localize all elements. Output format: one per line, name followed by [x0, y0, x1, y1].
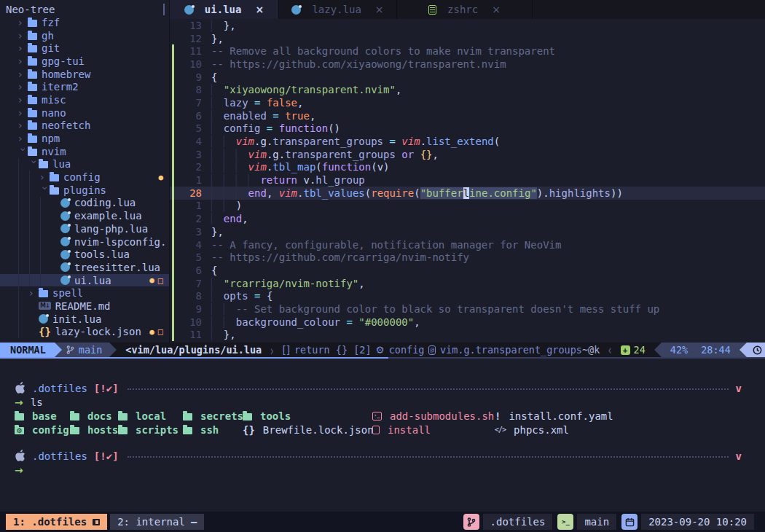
tmux-window-2internal[interactable]: 2: internal– — [110, 514, 204, 530]
tree-item-iterm2[interactable]: ›iterm2 — [0, 80, 169, 93]
tmux-statusbar: 1: .dotfiles2: internal–.dotfiles>_main2… — [0, 512, 765, 532]
tree-item-lua[interactable]: ›lua — [0, 158, 169, 171]
code-line: 7▏ lazy = false, — [170, 96, 765, 109]
tree-item-gpg-tui[interactable]: ›gpg-tui — [0, 55, 169, 68]
git-status-flags: [!✔] — [94, 450, 119, 462]
shell-pane[interactable]: .dotfiles [!✔] v → ls basedocslocalsecre… — [0, 359, 765, 512]
ls-entry-name: hosts — [87, 424, 118, 436]
line-number: 4 — [174, 239, 202, 251]
tmux-window-1dotfiles[interactable]: 1: .dotfiles — [6, 514, 107, 530]
code-line: 3}, — [170, 225, 765, 238]
ls-entry-name: install — [388, 424, 431, 436]
folder-icon — [28, 70, 37, 79]
tree-item-misc[interactable]: ›misc — [0, 93, 169, 106]
line-number: 2 — [174, 161, 202, 173]
tree-item-spell[interactable]: ›spell — [0, 286, 169, 300]
ls-entry-name: tools — [260, 410, 291, 422]
ls-entry-base: base — [15, 409, 70, 423]
tree-item-example.lua[interactable]: example.lua — [0, 209, 169, 222]
tree-item-ui.lua[interactable]: ui.lua●□ — [0, 274, 169, 287]
code-editor[interactable]: 13▏ },12},11-- Remove all background col… — [170, 19, 765, 343]
position-segment: 42% 28:44 — [662, 343, 740, 357]
ls-entry-name: phpcs.xml — [514, 424, 569, 436]
tree-item-README.md[interactable]: M↓README.md — [0, 300, 169, 313]
close-icon[interactable]: × — [255, 4, 264, 15]
folder-icon — [15, 412, 24, 420]
cursor-line[interactable]: → — [15, 463, 752, 477]
prompt-line: .dotfiles [!✔] v — [15, 449, 752, 463]
line-number: 2 — [174, 213, 202, 224]
tree-item-neofetch[interactable]: ›neofetch — [0, 120, 169, 133]
tab-label: zshrc — [447, 4, 478, 15]
tree-item-coding.lua[interactable]: coding.lua — [0, 197, 169, 210]
close-icon[interactable]: × — [492, 4, 501, 15]
tree-item-label: gpg-tui — [42, 55, 85, 67]
tree-item-git[interactable]: ›git — [0, 42, 169, 55]
tab-zshrc[interactable]: zshrc× — [397, 0, 533, 19]
tree-item-label: gh — [42, 30, 54, 42]
chevron-right-icon: › — [18, 30, 28, 42]
tree-item-config[interactable]: ›config● — [0, 171, 169, 184]
folder-icon — [28, 18, 37, 27]
cwd-label: .dotfiles — [32, 450, 87, 462]
folder-icon — [50, 173, 59, 181]
lua-file-icon — [60, 224, 70, 233]
tree-item-nano[interactable]: ›nano — [0, 106, 169, 120]
powerline-separator — [55, 343, 62, 357]
tree-item-tools.lua[interactable]: tools.lua — [0, 248, 169, 261]
line-number: 7 — [174, 97, 202, 109]
tree-item-fzf[interactable]: ›fzf — [0, 16, 169, 29]
git-branch-segment[interactable]: main — [62, 343, 110, 357]
tree-item-init.lua[interactable]: init.lua — [0, 313, 169, 326]
line-number: 5 — [174, 122, 202, 134]
tree-item-gh[interactable]: ›gh — [0, 29, 169, 42]
code-text: ▏ ▏ ▏ end, vim.tbl_values(require("buffe… — [211, 187, 623, 199]
file-path: <vim/lua/plugins/ui.lua — [125, 344, 262, 356]
folder-open-icon — [28, 147, 37, 156]
mode-indicator: NORMAL — [0, 343, 55, 357]
code-text: ▏ ▏ ) — [211, 200, 242, 211]
tree-item-nvim[interactable]: ›nvim — [0, 145, 169, 158]
code-text: ▏ lazy = false, — [211, 97, 303, 109]
ls-entry-name: install.conf.yaml — [509, 410, 613, 422]
code-text: }, — [211, 226, 224, 238]
tree-item-label: nano — [42, 107, 66, 119]
tmux-status-main: main — [577, 514, 616, 530]
tree-item-nvim-lspconfig.[interactable]: nvim-lspconfig. — [0, 235, 169, 249]
brackets-icon: [] — [282, 344, 290, 356]
ls-entry-add-submodules.sh: ›_add-submodules.sh — [372, 409, 495, 423]
tree-item-lang-php.lua[interactable]: lang-php.lua — [0, 222, 169, 235]
line-number: 10 — [174, 58, 202, 70]
file-icon — [372, 426, 380, 434]
clock-icon — [753, 345, 762, 355]
modified-dot-icon: ● — [149, 327, 154, 337]
tab-uilua[interactable]: ui.lua× — [170, 0, 279, 19]
code-text: { — [211, 265, 217, 276]
code-line: 2▏ end, — [170, 212, 765, 225]
tree-item-label: misc — [42, 94, 66, 106]
prompt-arrow-icon: → — [15, 464, 23, 476]
tree-item-label: git — [42, 42, 60, 54]
code-line: 10-- https://github.com/xiyaowong/transp… — [170, 58, 765, 71]
tree-item-label: README.md — [55, 300, 111, 312]
line-number: 4 — [174, 136, 202, 147]
tree-item-lazy-lock.json[interactable]: {}lazy-lock.json●□ — [0, 326, 169, 339]
tree-item-treesitter.lua[interactable]: treesitter.lua — [0, 261, 169, 274]
tree-item-homebrew[interactable]: ›homebrew — [0, 68, 169, 81]
cursor-block: l — [463, 187, 469, 199]
tab-lazylua[interactable]: lazy.lua× — [279, 0, 397, 19]
ls-entry-tools: tools — [243, 409, 372, 423]
code-text: ▏ opts = { — [211, 290, 272, 302]
tree-item-npm[interactable]: ›npm — [0, 132, 169, 145]
code-line: 1▏ ▏ ) — [170, 200, 765, 213]
ls-entry-name: add-submodules.sh — [390, 410, 494, 422]
prompt-filler — [128, 456, 729, 458]
tree-item-plugins[interactable]: ›plugins — [0, 184, 169, 197]
last-window-icon: – — [191, 516, 197, 528]
chevron-right-icon: › — [18, 81, 28, 93]
code-line: 5-- https://github.com/rcarriga/nvim-not… — [170, 251, 765, 264]
close-icon[interactable]: × — [375, 4, 384, 15]
neotree-scrollbar[interactable] — [163, 4, 165, 15]
line-number: 6 — [174, 110, 202, 122]
chevron-right-icon: › — [29, 287, 39, 299]
